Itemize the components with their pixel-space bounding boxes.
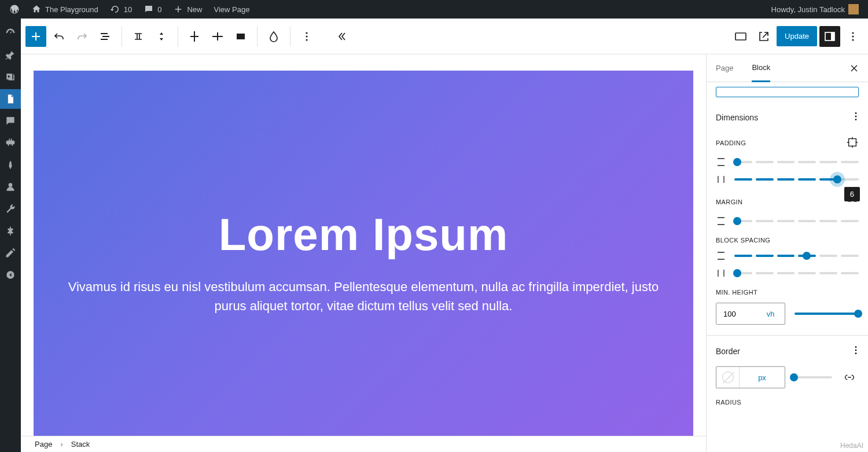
edit-icon[interactable] [0,243,21,263]
radius-label: RADIUS [707,392,868,409]
svg-point-13 [855,119,857,120]
vertical-axis-icon [716,157,726,167]
horizontal-axis-icon [716,174,726,185]
site-home-link[interactable]: The Playground [28,4,102,14]
cover-heading[interactable]: Lorem Ipsum [219,208,509,261]
new-label: New [187,5,202,14]
align-icon[interactable] [184,26,205,47]
border-width-input[interactable]: px [716,366,785,388]
pages-icon[interactable] [0,89,21,109]
block-spacing-label: BLOCK SPACING [707,230,868,247]
breadcrumb-leaf[interactable]: Stack [71,440,90,449]
svg-rect-5 [735,33,746,40]
sidebar-tabs: Page Block [707,54,868,82]
more-block-options-icon[interactable] [296,26,317,47]
add-block-button[interactable] [25,26,46,47]
users-icon[interactable] [0,177,21,197]
svg-point-4 [306,39,307,41]
more-options-icon[interactable] [843,26,863,47]
wp-logo-icon[interactable] [6,4,23,14]
pin-icon[interactable] [0,45,21,65]
editor-toolbar: Update [21,19,868,54]
svg-point-11 [855,112,857,114]
settings-sidebar: Page Block Dimensions PADDING 6 [706,54,868,452]
plugins-icon[interactable] [0,133,21,153]
border-unit[interactable]: px [740,367,785,388]
media-icon[interactable] [0,67,21,87]
justify-icon[interactable] [207,26,228,47]
hide-top-toolbar-icon[interactable] [333,26,354,47]
tab-page[interactable]: Page [716,54,733,82]
breadcrumb: Page › Stack [21,436,706,452]
padding-value-tooltip: 6 [844,187,860,201]
svg-point-8 [852,32,854,34]
border-color-swatch[interactable] [716,367,740,388]
collapse-icon[interactable] [0,265,21,285]
border-options-icon[interactable] [849,344,862,358]
svg-rect-14 [849,139,856,146]
min-height-unit[interactable]: vh [756,303,785,324]
svg-rect-1 [237,34,245,39]
admin-menu [0,19,21,452]
move-drag-icon[interactable] [151,26,172,47]
vertical-axis-icon [716,251,726,261]
settings-sidebar-toggle[interactable] [819,26,840,47]
blockspacing-vertical-slider[interactable] [707,247,868,264]
dimensions-options-icon[interactable] [849,110,862,124]
editor-canvas[interactable]: Lorem Ipsum Vivamus id risus eu nisl ves… [21,54,706,436]
update-button[interactable]: Update [777,26,817,46]
border-link-sides-icon[interactable] [840,368,859,387]
min-height-input[interactable]: vh [716,303,785,325]
cover-paragraph[interactable]: Vivamus id risus eu nisl vestibulum accu… [57,277,670,315]
block-stack-icon[interactable] [128,26,149,47]
admin-bar: The Playground 10 0 New View Page Howdy,… [0,0,868,19]
avatar [848,4,859,14]
min-height-slider[interactable] [795,313,859,315]
site-name: The Playground [45,5,98,14]
min-height-label: MIN. HEIGHT [707,282,868,299]
dashboard-icon[interactable] [0,23,21,43]
padding-horizontal-slider[interactable]: 6 [707,171,868,188]
svg-point-16 [855,350,857,351]
undo-button[interactable] [49,26,69,47]
svg-point-2 [306,32,307,34]
howdy-user[interactable]: Howdy, Justin Tadlock [768,4,862,14]
border-panel-header: Border [707,336,868,363]
comments-link[interactable]: 0 [140,4,165,14]
list-view-button[interactable] [95,26,116,47]
external-preview-icon[interactable] [753,26,774,47]
dimensions-panel-header: Dimensions [707,102,868,129]
blockspacing-horizontal-slider[interactable] [707,264,868,282]
appearance-icon[interactable] [0,155,21,175]
svg-point-10 [852,39,854,41]
settings-icon[interactable] [0,221,21,241]
redo-button[interactable] [72,26,93,47]
padding-label: PADDING [707,129,868,153]
comments-count: 0 [157,5,161,14]
new-link[interactable]: New [170,4,205,14]
svg-point-3 [306,35,307,37]
view-page-link[interactable]: View Page [211,5,253,14]
breadcrumb-root[interactable]: Page [35,440,52,449]
padding-vertical-slider[interactable] [707,153,868,171]
updates-link[interactable]: 10 [106,4,135,14]
chevron-right-icon: › [60,440,62,449]
device-preview-icon[interactable] [730,26,751,47]
svg-rect-7 [831,32,834,41]
style-variant-input[interactable] [716,87,859,97]
close-sidebar-button[interactable] [845,59,863,78]
border-width-slider[interactable] [793,376,832,378]
margin-vertical-slider[interactable] [707,212,868,230]
drop-style-icon[interactable] [263,26,284,47]
svg-point-9 [852,35,854,37]
cover-block[interactable]: Lorem Ipsum Vivamus id risus eu nisl ves… [34,71,693,436]
vertical-axis-icon [716,216,726,226]
tools-icon[interactable] [0,199,21,219]
divider [178,26,178,47]
fullwidth-icon[interactable] [230,26,251,47]
min-height-value[interactable] [716,303,756,324]
svg-point-17 [855,352,857,354]
feedback-icon[interactable] [0,111,21,131]
tab-block[interactable]: Block [752,54,770,82]
padding-unlink-icon[interactable] [846,136,859,150]
